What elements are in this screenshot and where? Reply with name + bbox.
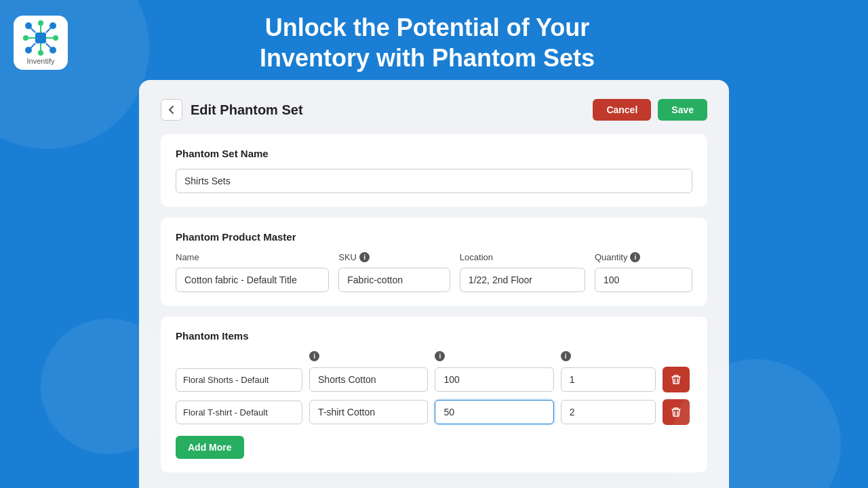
item-2-qty-input[interactable] — [435, 400, 553, 424]
product-master-name-field: Name — [176, 252, 329, 292]
item-1-ratio-input[interactable] — [561, 367, 656, 392]
product-master-title: Phantom Product Master — [176, 231, 692, 243]
sku-info-icon: i — [359, 252, 370, 262]
back-arrow-icon — [166, 104, 177, 115]
product-master-location-label: Location — [460, 252, 585, 262]
item-1-sku-input[interactable] — [309, 367, 428, 392]
header-title: Unlock the Potential of Your Inventory w… — [88, 12, 766, 73]
product-master-quantity-label: Quantity i — [595, 252, 692, 262]
product-master-quantity-input[interactable] — [595, 268, 692, 292]
top-bar: Edit Phantom Set Cancel Save — [161, 99, 707, 121]
main-container: Edit Phantom Set Cancel Save Phantom Set… — [0, 80, 868, 488]
product-master-section: Phantom Product Master Name SKU i — [161, 218, 707, 306]
cancel-button[interactable]: Cancel — [593, 99, 651, 121]
item-1-name-field: Floral Shorts - Default — [176, 368, 302, 392]
quantity-info-icon: i — [630, 252, 640, 262]
phantom-items-title: Phantom Items — [176, 330, 692, 342]
item-2-qty-field — [435, 400, 553, 424]
product-master-name-label: Name — [176, 252, 329, 262]
add-more-button[interactable]: Add More — [176, 436, 244, 459]
phantom-items-section: Phantom Items i i i Floral Shorts - Defa… — [161, 317, 707, 472]
item-2-sku-field — [309, 400, 428, 424]
trash-icon — [671, 407, 682, 418]
back-button[interactable] — [161, 99, 182, 121]
product-master-quantity-field: Quantity i — [595, 252, 692, 292]
item-qty-info-icon: i — [435, 351, 445, 361]
item-1-sku-field — [309, 367, 428, 392]
phantom-set-name-input[interactable] — [176, 169, 692, 193]
item-ratio-info-icon: i — [561, 351, 571, 361]
product-master-name-input[interactable] — [176, 268, 329, 292]
phantom-items-headers: i i i — [176, 351, 692, 361]
item-2-delete-field — [663, 399, 692, 425]
product-master-sku-input[interactable] — [338, 268, 450, 292]
item-2-sku-input[interactable] — [309, 400, 428, 424]
product-master-sku-field: SKU i — [338, 252, 450, 292]
item-sku-info-icon: i — [309, 351, 319, 361]
item-2-ratio-field — [561, 400, 656, 424]
header: Inventify Unlock the Potential of Your I… — [0, 0, 868, 80]
item-2-name-field: Floral T-shirt - Default — [176, 401, 302, 424]
page-title: Edit Phantom Set — [191, 102, 593, 118]
logo-box: Inventify — [14, 16, 68, 70]
item-1-name-button[interactable]: Floral Shorts - Default — [176, 368, 302, 392]
svg-line-9 — [28, 26, 35, 33]
logo-label: Inventify — [27, 57, 55, 65]
item-1-qty-input[interactable] — [435, 367, 553, 392]
item-1-ratio-field — [561, 367, 656, 392]
svg-line-11 — [28, 43, 35, 50]
save-button[interactable]: Save — [658, 99, 707, 121]
svg-line-12 — [46, 43, 53, 50]
item-1-delete-button[interactable] — [663, 367, 690, 392]
item-2-delete-button[interactable] — [663, 399, 690, 425]
product-master-sku-label: SKU i — [338, 252, 450, 262]
svg-line-10 — [46, 26, 53, 33]
logo-icon — [23, 20, 58, 56]
item-1-qty-field — [435, 367, 553, 392]
product-master-location-field: Location — [460, 252, 585, 292]
phantom-set-name-title: Phantom Set Name — [176, 148, 692, 159]
phantom-set-name-section: Phantom Set Name — [161, 134, 707, 207]
item-1-delete-field — [663, 367, 692, 392]
table-row: Floral Shorts - Default — [176, 367, 692, 392]
item-2-name-button[interactable]: Floral T-shirt - Default — [176, 401, 302, 424]
product-master-row: Name SKU i Location — [176, 252, 692, 292]
product-master-location-input[interactable] — [460, 268, 585, 292]
edit-phantom-card: Edit Phantom Set Cancel Save Phantom Set… — [139, 80, 729, 488]
svg-rect-0 — [35, 33, 46, 43]
trash-icon — [671, 374, 682, 385]
table-row: Floral T-shirt - Default — [176, 399, 692, 425]
item-2-ratio-input[interactable] — [561, 400, 656, 424]
